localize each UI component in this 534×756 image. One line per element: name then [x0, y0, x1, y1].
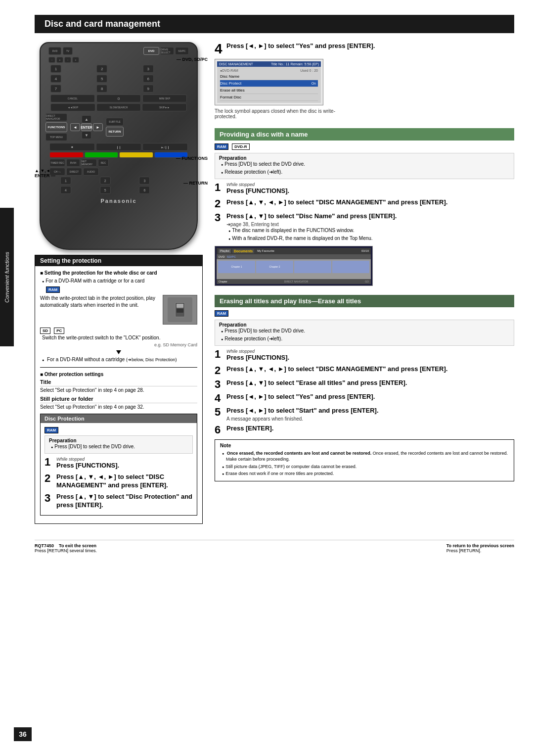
- step-4-text: Press [◄, ►] to select "Yes" and press […: [226, 42, 514, 50]
- remote-control-image: DVD TV - + - + DVD: [40, 42, 198, 250]
- note-title: Note: [220, 443, 509, 448]
- section-title: Disc and card management: [35, 15, 514, 33]
- right-column: 4 Press [◄, ►] to select "Yes" and press…: [215, 42, 514, 530]
- main-layout: DVD TV - + - + DVD: [35, 42, 514, 530]
- footer-code: RQT7450: [35, 543, 54, 548]
- step-num-3: 3: [44, 493, 53, 504]
- badge-sd: SD: [40, 328, 50, 334]
- disc-protection-header: Disc Protection: [41, 414, 197, 423]
- step-p2-text: Press [▲, ▼, ◄, ►] to select "DISC MANAG…: [226, 198, 514, 207]
- badge-pc: PC: [54, 328, 64, 334]
- step-2-text: Press [▲, ▼, ◄, ►] to select "DISC MANAG…: [56, 473, 193, 490]
- step-1-condition: While stopped: [56, 457, 193, 462]
- bullet-cartridge: For a DVD-RAM with a cartridge or for a …: [40, 278, 197, 284]
- title-desc: Select "Set up Protection" in step 4 on …: [40, 387, 197, 393]
- providing-name-section: Providing a disc with a name RAM DVD-R P…: [215, 128, 514, 286]
- step-4-right: 4 Press [◄, ►] to select "Yes" and press…: [215, 42, 514, 56]
- badge-dvdr-providing: DVD-R: [232, 143, 249, 150]
- step-e4-text: Press [◄, ►] to select "Yes" and press […: [226, 393, 514, 401]
- write-protect-tab-image: [163, 295, 197, 325]
- note-box: Note Once erased, the recorded contents …: [215, 439, 514, 481]
- ram-description: With the write-protect tab in the protec…: [40, 295, 156, 309]
- remote-brand: Panasonic: [41, 198, 197, 204]
- step-3-text: Press [▲, ▼] to select "Disc Protection"…: [56, 493, 193, 510]
- annotation-dvd-sdpc: — DVD, SD/PC: [177, 57, 208, 62]
- step-e6-text: Press [ENTER].: [226, 425, 514, 433]
- step-p1-condition: While stopped: [226, 182, 514, 187]
- footer-right: To return to the previous screen Press […: [446, 543, 514, 553]
- setting-protection-content: ■ Setting the protection for the whole d…: [35, 266, 202, 523]
- erasing-step-5: 5 Press [◄, ►] to select "Start" and pre…: [215, 407, 514, 422]
- screen-note: The lock symbol appears closed when the …: [215, 108, 353, 119]
- other-protection-title: ■ Other protection settings: [40, 372, 197, 377]
- still-desc: Select "Set up Protection" in step 4 on …: [40, 404, 197, 410]
- erasing-step-4: 4 Press [◄, ►] to select "Yes" and press…: [215, 393, 514, 404]
- step-content-p1: While stopped Press [FUNCTIONS].: [226, 182, 514, 195]
- prep-text: Press [DVD] to select the DVD drive.: [49, 443, 188, 450]
- erasing-prep: Preparation Press [DVD] to select the DV…: [215, 320, 514, 346]
- step-1: 1 While stopped Press [FUNCTIONS].: [44, 457, 193, 470]
- note-item-2: Still picture data (JPEG, TIFF) or compu…: [220, 464, 509, 470]
- footer-left: RQT7450 To exit the screen Press [RETURN…: [35, 543, 97, 553]
- eg-label: e.g. SD Memory Card: [40, 342, 197, 347]
- erasing-step-1: 1 While stopped Press [FUNCTIONS].: [215, 349, 514, 362]
- step-num-e5: 5: [215, 407, 223, 418]
- step-e2-text: Press [▲, ▼, ◄, ►] to select "DISC MANAG…: [226, 365, 514, 374]
- footer-return-desc: Press [RETURN].: [446, 548, 482, 553]
- step-content-e2: Press [▲, ▼, ◄, ►] to select "DISC MANAG…: [226, 365, 514, 374]
- step-e5-text: Press [◄, ►] to select "Start" and press…: [226, 407, 514, 415]
- step-num-e1: 1: [215, 349, 223, 360]
- on-badge: On: [310, 81, 318, 86]
- page-number-box: 36: [14, 727, 32, 741]
- step-2: 2 Press [▲, ▼, ◄, ►] to select "DISC MAN…: [44, 473, 193, 490]
- left-column: DVD TV - + - + DVD: [35, 42, 203, 530]
- step-content-e5: Press [◄, ►] to select "Start" and press…: [226, 407, 514, 422]
- step-e1-text: Press [FUNCTIONS].: [226, 354, 514, 362]
- note-item-3: Erase does not work if one or more title…: [220, 471, 509, 477]
- providing-bullet2: With a finalized DVD-R, the name is disp…: [226, 235, 514, 242]
- step-content-p2: Press [▲, ▼, ◄, ►] to select "DISC MANAG…: [226, 198, 514, 207]
- screen-header: DISC MANAGEMENT Title No.: 11 Remain: 5:…: [217, 61, 321, 67]
- note-item-1: Once erased, the recorded contents are l…: [220, 450, 509, 463]
- erasing-titles-section: Erasing all titles and play lists—Erase …: [215, 295, 514, 481]
- badge-ram-providing: RAM: [215, 143, 228, 150]
- providing-bullet1: The disc name is displayed in the FUNCTI…: [226, 227, 514, 234]
- providing-prep-bullet2: Release protection (➜left).: [219, 169, 510, 176]
- footer-exit-desc: Press [RETURN] several times.: [35, 548, 97, 553]
- step-content-1: While stopped Press [FUNCTIONS].: [56, 457, 193, 470]
- erasing-titles-header: Erasing all titles and play lists—Erase …: [215, 295, 514, 307]
- erasing-prep-bullet2: Release protection (➜left).: [219, 335, 510, 342]
- providing-prep: Preparation Press [DVD] to select the DV…: [215, 153, 514, 179]
- providing-step-1: 1 While stopped Press [FUNCTIONS].: [215, 182, 514, 195]
- step-num-e3: 3: [215, 379, 223, 390]
- sd-description: Switch the write-protect switch to the "…: [42, 335, 197, 340]
- annotation-functions: — FUNCTIONS: [176, 156, 208, 161]
- step-num-2: 2: [44, 473, 53, 484]
- erasing-step-6: 6 Press [ENTER].: [215, 425, 514, 435]
- step-num-1: 1: [44, 457, 53, 468]
- step-num-e2: 2: [215, 365, 223, 376]
- footer: RQT7450 To exit the screen Press [RETURN…: [35, 540, 514, 553]
- navigator-screenshot: Playlist Documents My Favourite 03/10 DV…: [215, 246, 373, 286]
- sidebar-label: Convenient functions: [0, 208, 14, 346]
- badge-ram2: RAM: [44, 427, 58, 433]
- step-p1-text: Press [FUNCTIONS].: [226, 187, 514, 195]
- page: Convenient functions Disc and card manag…: [0, 0, 534, 756]
- screen-row-disc-protect: Disc Protect On: [220, 80, 318, 87]
- step-content-3: Press [▲, ▼] to select "Disc Protection"…: [56, 493, 193, 510]
- providing-prep-bullet1: Press [DVD] to select the DVD drive.: [219, 161, 510, 168]
- providing-step-3: 3 Press [▲, ▼] to select "Disc Name" and…: [215, 212, 514, 243]
- screen-body: ●DVD-RAM Used 0 : 20 Disc Name Disc Prot…: [217, 67, 321, 103]
- step-num-e6: 6: [215, 425, 223, 435]
- setting-protection-section: Setting the protection ■ Setting the pro…: [35, 255, 203, 524]
- disc-management-screen: DISC MANAGEMENT Title No.: 11 Remain: 5:…: [215, 59, 323, 105]
- erasing-prep-bullet1: Press [DVD] to select the DVD drive.: [219, 328, 510, 334]
- step-num-p1: 1: [215, 182, 223, 193]
- annotation-enter: ▲,▼,◄ENTER —: [35, 168, 55, 178]
- providing-name-header: Providing a disc with a name: [215, 128, 514, 141]
- step-content-e4: Press [◄, ►] to select "Yes" and press […: [226, 393, 514, 401]
- whole-disc-subtitle: ■ Setting the protection for the whole d…: [40, 270, 197, 276]
- step-content-e1: While stopped Press [FUNCTIONS].: [226, 349, 514, 362]
- step-num-p3: 3: [215, 212, 223, 223]
- step-e3-text: Press [▲, ▼] to select "Erase all titles…: [226, 379, 514, 387]
